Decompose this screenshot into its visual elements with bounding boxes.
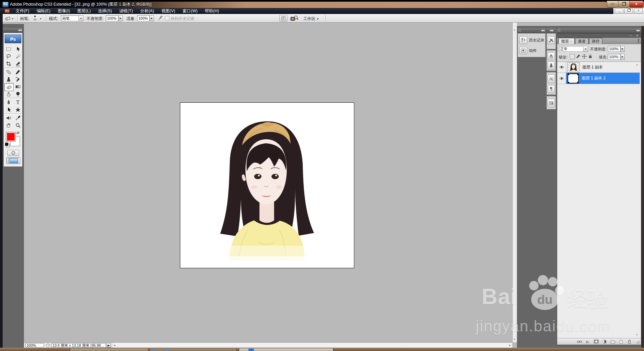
layer-style-button[interactable]: fx. <box>585 339 591 345</box>
crop-tool[interactable] <box>4 60 13 67</box>
taskbar-item-active[interactable] <box>239 348 333 351</box>
menu-analysis[interactable]: 分析(A) <box>136 8 158 14</box>
eraser-tool[interactable] <box>4 83 14 91</box>
audio-annotation-tool[interactable] <box>4 114 13 122</box>
dodge-tool[interactable] <box>14 90 22 98</box>
icon-dock-header[interactable]: ◀◀ <box>547 28 556 33</box>
blend-mode-select[interactable]: 正常 ▼ <box>559 46 588 52</box>
type-tool[interactable]: T <box>14 99 22 106</box>
eyedropper-tool[interactable] <box>14 114 22 122</box>
lock-transparency-icon[interactable] <box>570 54 575 59</box>
restore-button[interactable] <box>618 1 630 8</box>
layer-comps-panel-button[interactable] <box>548 99 555 107</box>
zoom-level-input[interactable]: 100% <box>25 343 44 347</box>
clone-source-panel-button[interactable] <box>548 61 555 69</box>
lock-position-icon[interactable] <box>582 54 587 59</box>
visibility-toggle[interactable] <box>557 73 566 84</box>
brushes-panel-button[interactable] <box>548 52 555 60</box>
tab-channels[interactable]: 通道 <box>575 38 588 44</box>
slice-tool[interactable] <box>14 60 22 67</box>
menu-filter[interactable]: 滤镜(T) <box>115 8 136 14</box>
add-mask-button[interactable] <box>593 339 599 345</box>
path-selection-tool[interactable] <box>4 106 13 113</box>
clone-stamp-tool[interactable] <box>4 76 13 83</box>
layers-scroll-down-icon[interactable]: ▼ <box>636 333 638 336</box>
visibility-toggle[interactable] <box>557 62 566 72</box>
new-layer-button[interactable] <box>618 339 624 345</box>
canvas-vscrollbar[interactable]: ▲ ▼ <box>512 23 517 342</box>
flow-spinner[interactable]: ▶ <box>150 15 154 21</box>
taskbar-item[interactable] <box>70 348 148 351</box>
doc-minimize-button[interactable]: _ <box>615 8 623 14</box>
menu-file[interactable]: 文件(F) <box>12 8 33 14</box>
panel-minimize-icon[interactable]: — <box>629 34 632 37</box>
minimize-button[interactable]: — <box>607 1 618 8</box>
zoom-tool[interactable] <box>14 122 22 129</box>
gradient-tool[interactable] <box>14 83 22 90</box>
lock-all-icon[interactable] <box>588 54 593 59</box>
tools-panel-button[interactable] <box>548 36 555 44</box>
actions-panel-button[interactable]: 动作 <box>519 46 544 55</box>
tool-preset-picker[interactable] <box>4 15 11 22</box>
flow-input[interactable]: 100% <box>137 15 150 21</box>
hand-tool[interactable] <box>4 122 13 129</box>
quick-mask-button[interactable] <box>7 150 19 156</box>
dock-grip[interactable] <box>519 29 521 32</box>
layer-row[interactable]: 图层 1 副本 <box>557 62 640 73</box>
menu-image[interactable]: 图像(I) <box>54 8 74 14</box>
brush-tool[interactable] <box>14 68 22 76</box>
layers-dock-header[interactable]: ▶▶ <box>557 28 641 33</box>
tab-layers[interactable]: 图层 × <box>559 38 574 44</box>
doc-restore-button[interactable] <box>624 8 633 14</box>
menu-edit[interactable]: 编辑(E) <box>33 8 54 14</box>
foreground-color-swatch[interactable] <box>6 132 16 142</box>
palette-well-button[interactable] <box>279 15 287 22</box>
smudge-tool[interactable] <box>4 90 13 98</box>
menu-window[interactable]: 窗口(W) <box>179 8 201 14</box>
scroll-up-icon[interactable]: ▲ <box>513 29 516 31</box>
toolbar-header[interactable]: ◀◀ <box>3 28 23 33</box>
scroll-left-icon[interactable]: ◀ <box>113 344 115 347</box>
workspace-menu[interactable]: 工作区 ▼ <box>303 16 319 22</box>
tool-preset-arrow-icon[interactable]: ▾ <box>12 17 13 20</box>
status-menu-arrow[interactable]: ▶ <box>106 343 111 348</box>
adjustment-layer-button[interactable] <box>601 339 607 345</box>
link-layers-button[interactable] <box>576 339 582 345</box>
mode-select[interactable]: 画笔 ▼ <box>61 15 83 21</box>
close-button[interactable]: x <box>629 1 643 8</box>
swap-colors-icon[interactable]: ⇄ <box>16 131 19 135</box>
collapse-left-icon[interactable]: ◀◀ <box>541 29 544 32</box>
tab-paths[interactable]: 路径 <box>589 38 602 44</box>
airbrush-toggle[interactable] <box>157 15 164 22</box>
fill-spinner[interactable]: ▶ <box>620 54 625 60</box>
pen-tool[interactable] <box>4 99 13 106</box>
layer-row-selected[interactable]: 图层 1 副本 2 <box>557 73 640 84</box>
scroll-right-icon[interactable]: ▶ <box>509 344 511 347</box>
expand-right-icon[interactable]: ▶▶ <box>637 29 640 32</box>
canvas-hscrollbar[interactable]: ◀ ▶ <box>112 343 512 348</box>
quick-selection-tool[interactable] <box>14 53 22 60</box>
history-dock-header[interactable]: ◀◀ <box>518 28 546 33</box>
new-group-button[interactable] <box>610 339 616 345</box>
toolbar-collapse-icon[interactable]: ◀◀ <box>18 29 21 32</box>
opacity-spinner[interactable]: ▶ <box>118 15 123 21</box>
scroll-down-icon[interactable]: ▼ <box>513 338 516 340</box>
menu-help[interactable]: 帮助(H) <box>201 8 223 14</box>
screen-mode-button[interactable] <box>6 157 20 164</box>
document-canvas[interactable] <box>180 102 354 268</box>
lock-pixels-icon[interactable] <box>576 54 581 59</box>
go-to-bridge-button[interactable]: Br <box>290 15 299 22</box>
brush-picker-arrow-icon[interactable]: ▾ <box>40 17 41 20</box>
menu-layer[interactable]: 图层(L) <box>74 8 94 14</box>
layer-thumbnail-selected[interactable] <box>567 73 579 83</box>
layers-opacity-spinner[interactable]: ▶ <box>620 46 625 52</box>
menu-view[interactable]: 视图(V) <box>158 8 179 14</box>
layers-scroll-up-icon[interactable]: ▲ <box>636 63 638 66</box>
character-panel-button[interactable]: A| <box>548 74 555 83</box>
collapse-strip-icon[interactable]: ◀◀ <box>550 29 553 32</box>
fill-input[interactable]: 100% <box>608 54 620 60</box>
layers-opacity-input[interactable]: 100% <box>608 46 620 52</box>
menu-select[interactable]: 选择(S) <box>94 8 116 14</box>
lasso-tool[interactable] <box>4 53 13 60</box>
delete-layer-button[interactable] <box>626 339 632 345</box>
